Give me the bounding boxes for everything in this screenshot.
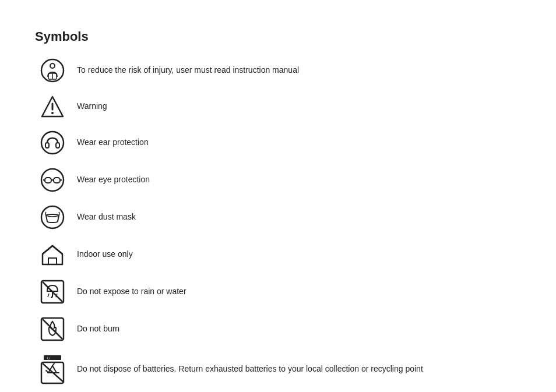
ear-protection-icon <box>35 130 70 155</box>
svg-rect-11 <box>45 178 51 183</box>
warning-text: Warning <box>77 101 107 112</box>
no-burn-icon <box>35 317 70 341</box>
no-rain-text: Do not expose to rain or water <box>77 286 186 298</box>
svg-text:Li: Li <box>47 356 50 360</box>
symbol-row-dust: Wear dust mask <box>35 205 521 229</box>
ear-protection-text: Wear ear protection <box>77 137 149 149</box>
warning-icon <box>35 96 70 118</box>
symbol-row-indoor: Indoor use only <box>35 242 521 267</box>
symbol-row-ear: Wear ear protection <box>35 130 521 155</box>
battery-dispose-text: Do not dispose of batteries. Return exha… <box>77 363 423 375</box>
symbol-row-eye: Wear eye protection <box>35 168 521 192</box>
svg-line-20 <box>48 294 49 297</box>
svg-point-7 <box>41 132 64 154</box>
eye-protection-icon <box>35 168 70 192</box>
svg-rect-9 <box>56 143 59 148</box>
no-burn-text: Do not burn <box>77 323 119 335</box>
instruction-manual-icon <box>35 58 70 83</box>
symbol-row-instruction: To reduce the risk of injury, user must … <box>35 58 521 83</box>
svg-rect-8 <box>45 143 49 148</box>
no-rain-icon <box>35 280 70 304</box>
page-title: Symbols <box>35 29 521 44</box>
dust-mask-icon <box>35 205 70 229</box>
svg-rect-26 <box>44 355 61 360</box>
instruction-manual-text: To reduce the risk of injury, user must … <box>77 65 299 76</box>
symbol-row-noburn: Do not burn <box>35 317 521 341</box>
symbol-row-norain: Do not expose to rain or water <box>35 280 521 304</box>
indoor-use-icon <box>35 242 70 267</box>
no-battery-dispose-icon: Li <box>35 354 70 384</box>
svg-point-16 <box>41 206 64 228</box>
svg-rect-12 <box>54 178 60 183</box>
dust-mask-text: Wear dust mask <box>77 211 136 223</box>
indoor-use-text: Indoor use only <box>77 249 133 260</box>
svg-point-6 <box>51 112 54 114</box>
svg-point-1 <box>50 63 55 68</box>
page: Symbols To reduce the risk of injury, us… <box>0 0 556 392</box>
eye-protection-text: Wear eye protection <box>77 174 150 186</box>
symbol-row-warning: Warning <box>35 96 521 118</box>
symbol-row-battery-dispose: Li Do not dispose of batteries. Return e… <box>35 354 521 384</box>
svg-marker-17 <box>43 246 62 264</box>
